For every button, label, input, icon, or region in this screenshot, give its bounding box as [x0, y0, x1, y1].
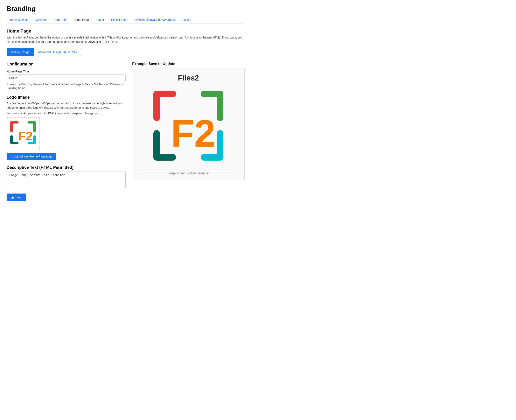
svg-rect-12: [217, 90, 224, 121]
svg-text:F2: F2: [18, 129, 33, 143]
home-page-title-hint: If unset, the Branding Name will be used…: [7, 82, 126, 90]
svg-rect-14: [153, 130, 160, 161]
logo-desc2: For best results, please select a PNG im…: [7, 112, 126, 115]
section-description: With the Home Page, you have the option …: [7, 35, 245, 44]
desc-section-title: Descriptive Text (HTML Permitted): [7, 165, 126, 170]
upload-logo-button[interactable]: ⬆ Upload New Home Page Logo: [7, 153, 56, 160]
svg-text:F2: F2: [171, 112, 215, 155]
svg-rect-1: [10, 121, 13, 132]
save-button[interactable]: 💾 Save: [7, 194, 26, 201]
simple-design-button[interactable]: Simple Design: [7, 48, 34, 56]
example-subtitle: Large & Secure File Transfer: [167, 172, 209, 175]
svg-rect-3: [33, 121, 36, 132]
logo-preview-box: F2: [7, 117, 39, 150]
tab-home-page[interactable]: Home Page: [70, 16, 92, 23]
svg-rect-10: [153, 90, 160, 121]
svg-rect-5: [10, 135, 13, 144]
tabs-nav: Basic Settings Menubar Page Title Home P…: [7, 16, 245, 23]
example-panel: Files2: [132, 68, 245, 180]
example-divider: [137, 169, 239, 169]
tab-basic-settings[interactable]: Basic Settings: [7, 16, 32, 23]
example-panel-container: Example Save to Update Files2: [132, 62, 245, 201]
example-title: Files2: [178, 74, 199, 82]
home-page-title-label: Home Page Title: [7, 70, 126, 73]
logo-preview-container: F2: [7, 117, 126, 150]
tab-email-footer[interactable]: Email Footer: [108, 16, 131, 23]
page-title: Branding: [7, 5, 245, 13]
tab-assets[interactable]: Assets: [179, 16, 194, 23]
save-button-label: Save: [15, 195, 22, 199]
config-heading: Configuration: [7, 62, 126, 67]
svg-rect-7: [33, 135, 36, 144]
example-logo-area: F2: [137, 86, 239, 165]
design-toggle: Simple Design Advanced Design (Full HTML…: [7, 48, 245, 56]
logo-desc1: Any file larger than 600px x 400px will …: [7, 101, 126, 110]
upload-button-label: Upload New Home Page Logo: [14, 155, 52, 158]
home-page-title-input[interactable]: [7, 74, 126, 81]
tab-footer[interactable]: Footer: [92, 16, 107, 23]
config-panel: Configuration Home Page Title If unset, …: [7, 62, 126, 201]
upload-icon: ⬆: [10, 155, 12, 158]
example-heading: Example Save to Update: [132, 62, 245, 66]
save-icon: 💾: [11, 195, 14, 199]
section-title: Home Page: [7, 28, 245, 34]
tab-menubar[interactable]: Menubar: [32, 16, 50, 23]
tab-page-title[interactable]: Page Title: [50, 16, 70, 23]
f2-logo-large: F2: [149, 86, 228, 165]
f2-logo-small: F2: [9, 120, 37, 148]
logo-section-title: Logo Image: [7, 95, 126, 100]
tab-stylesheet-overrides[interactable]: Stylesheet/JavaScript Overrides: [131, 16, 179, 23]
svg-rect-16: [217, 130, 224, 161]
advanced-design-button[interactable]: Advanced Design (Full HTML): [34, 48, 81, 56]
descriptive-text-textarea[interactable]: Large &amp; Secure File Transfer: [7, 172, 126, 188]
